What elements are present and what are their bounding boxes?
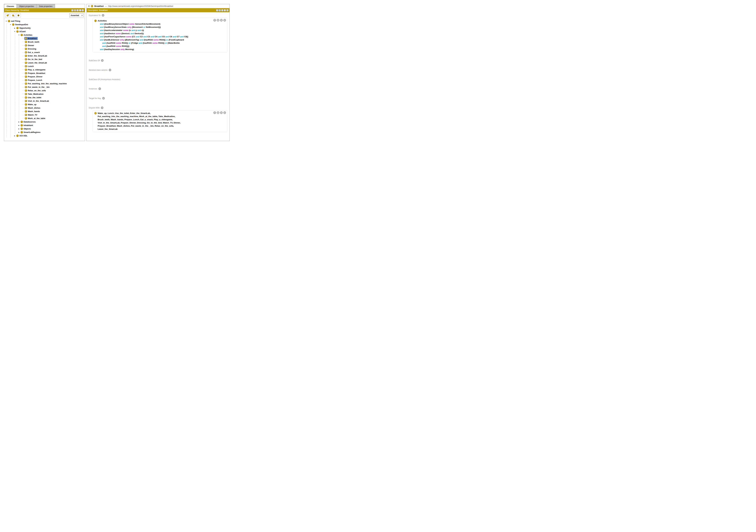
tree-node-ucaml[interactable]: ▼UCaml <box>5 30 84 33</box>
tab-object-properties[interactable]: Object properties <box>16 4 37 8</box>
hierarchy-type-dropdown[interactable]: Asserted ▾ <box>69 13 84 17</box>
tree-node-visit-in-the-smartlab[interactable]: ≡Visit_in_the_SmartLab <box>5 99 84 103</box>
tree-node-lunch[interactable]: ≡Lunch <box>5 64 84 68</box>
tree-indent-guide <box>14 71 18 75</box>
tree-node-eat-a-snack[interactable]: ≡Eat_a_snack <box>5 51 84 54</box>
panel-split-horizontal-button[interactable]: = <box>221 9 223 11</box>
add-disjoint-with-button[interactable]: + <box>101 107 103 109</box>
tree-connector <box>22 71 24 75</box>
tree-node-datasources[interactable]: ▶DataSources <box>5 120 84 124</box>
add-equivalent-to-button[interactable]: + <box>102 14 104 17</box>
tree-node-prepare-dinner[interactable]: ≡Prepare_Dinner <box>5 75 84 78</box>
tree-node-semimputont[interactable]: ▼SemImputOnt <box>5 23 84 26</box>
equivalent-class-icon: ≡ <box>25 79 27 81</box>
panel-float-button[interactable]: ▪ <box>79 9 81 11</box>
annotate-axiom-button[interactable]: @ <box>217 19 219 22</box>
panel-close-button[interactable]: × <box>226 9 229 11</box>
tree-node-uci-adl[interactable]: ▶UCI-ADL <box>5 134 84 138</box>
tree-node-enter-the-smartlab[interactable]: ≡Enter_the_SmartLab <box>5 54 84 58</box>
collapse-arrow-icon[interactable]: ▼ <box>9 23 12 26</box>
collapse-arrow-icon[interactable]: ▼ <box>14 30 16 33</box>
tree-node-dressing[interactable]: ≡Dressing <box>5 47 84 51</box>
tab-data-properties[interactable]: Data properties <box>37 4 55 8</box>
tree-node-work-at-the-table[interactable]: ≡Work_at_the_table <box>5 116 84 120</box>
tree-indent-guide <box>5 120 9 124</box>
section-label: Disjoint With <box>89 107 100 109</box>
section-header: Disjoint With+ <box>89 107 228 109</box>
add-target-for-key-button[interactable]: + <box>102 97 105 100</box>
edit-axiom-button[interactable]: o <box>223 19 226 22</box>
tree-node-objects[interactable]: ▶Objects <box>5 127 84 131</box>
menu-icon[interactable]: ≡ <box>88 5 90 7</box>
panel-split-vertical-button[interactable]: ‖ <box>219 9 221 11</box>
tree-node-watch-tv[interactable]: ≡Watch_TV <box>5 113 84 116</box>
section-header: Instances+ <box>89 88 228 90</box>
tree-node-activities[interactable]: ▼Activities <box>5 33 84 37</box>
add-subclass-button[interactable]: + <box>5 13 10 17</box>
panel-help-button[interactable]: ? <box>71 9 73 11</box>
tree-node-wash-dishes[interactable]: ≡Wash_dishes <box>5 106 84 110</box>
panel-float-button[interactable]: ▪ <box>224 9 226 11</box>
delete-axiom-button[interactable]: ✕ <box>220 111 223 114</box>
explain-axiom-button[interactable]: ? <box>213 19 216 22</box>
tree-node-dinner[interactable]: ≡Dinner <box>5 44 84 47</box>
keyword-and-or: and <box>173 36 176 38</box>
expand-arrow-icon[interactable]: ▶ <box>14 134 16 138</box>
edit-axiom-button[interactable]: o <box>223 111 226 114</box>
section-subclass-of-anonymous-ancestor: SubClass Of (Anonymous Ancestor) <box>89 78 228 81</box>
tree-indent-guide <box>18 110 22 113</box>
panel-close-button[interactable]: × <box>82 9 84 11</box>
tree-node-leave-the-smarlab[interactable]: ≡Leave_the_SmarLab <box>5 61 84 64</box>
delete-class-button[interactable]: ✕ <box>16 13 21 17</box>
panel-split-vertical-button[interactable]: ‖ <box>74 9 76 11</box>
expand-arrow-icon[interactable]: ▶ <box>14 26 16 30</box>
tree-connector <box>22 78 24 82</box>
collapse-arrow-icon[interactable]: ▼ <box>5 19 8 23</box>
add-sibling-class-button[interactable]: + <box>11 13 15 17</box>
axiom-row[interactable]: Activitiesand ((hasBinarySensorObject so… <box>93 18 228 52</box>
tree-node-wash-hands[interactable]: ≡Wash_hands <box>5 110 84 113</box>
tree-indent-guide <box>5 110 9 113</box>
keyword-and-or: and <box>140 39 143 41</box>
axiom-row[interactable]: ≡Wake_up, Lunch, Use_the_toilet, Enter_t… <box>93 110 228 132</box>
collapse-arrow-icon[interactable]: ▼ <box>18 33 20 37</box>
add-general-class-axioms-button[interactable]: + <box>109 69 111 71</box>
tree-node-brush-teeth[interactable]: ≡Brush_teeth <box>5 40 84 44</box>
panel-help-button[interactable]: ? <box>216 9 218 11</box>
tree-node-put-waste-in-the-bin[interactable]: ≡Put_waste_in_the__bin <box>5 85 84 89</box>
panel-split-horizontal-button[interactable]: = <box>76 9 79 11</box>
tree-node-owl-thing[interactable]: ▼owl:Thing <box>5 19 84 23</box>
tree-node-opportunity[interactable]: ▶Opportunity <box>5 26 84 30</box>
expand-arrow-icon[interactable]: ▶ <box>18 127 20 131</box>
tree-node-wake-up[interactable]: ≡Wake_up <box>5 103 84 106</box>
add-subclass-of-button[interactable]: + <box>101 59 104 62</box>
tree-node-play-a-videogame[interactable]: ≡Play_a_videogame <box>5 68 84 71</box>
tree-node-prepare-lunch[interactable]: ≡Prepare_Lunch <box>5 78 84 82</box>
add-instances-button[interactable]: + <box>98 88 101 90</box>
tree-node-prepare-breakfast[interactable]: ≡Prepare_Breakfast <box>5 71 84 75</box>
tree-indent-guide <box>14 37 18 40</box>
tree-node-use-the-toilet[interactable]: ≡Use_the_toilet <box>5 96 84 99</box>
class-expression-text: Activities <box>98 20 107 22</box>
tree-node-put-washing-into-the-washing-machine[interactable]: ≡Put_washing_into_the_washing_machine <box>5 82 84 85</box>
tree-connector <box>22 58 24 61</box>
tree-indent-guide <box>14 131 18 134</box>
delete-axiom-button[interactable]: ✕ <box>220 19 223 22</box>
tree-node-content: ≡Put_waste_in_the__bin <box>24 86 50 89</box>
explain-axiom-button[interactable]: ? <box>213 111 216 114</box>
tree-node-label: SmartLabRegions <box>24 131 40 133</box>
tree-node-relax-on-the-sofa[interactable]: ≡Relax_on_the_sofa <box>5 89 84 92</box>
tree-node-inhabitant[interactable]: ▶Inhabitant <box>5 124 84 127</box>
equivalent-class-icon: ≡ <box>25 68 27 71</box>
tree-node-go-to-the-bed[interactable]: ≡Go_to_the_bed <box>5 58 84 61</box>
expand-arrow-icon[interactable]: ▶ <box>18 131 20 134</box>
tree-node-smartlabregions[interactable]: ▶SmartLabRegions <box>5 131 84 134</box>
tab-classes[interactable]: Classes <box>4 4 17 8</box>
tree-connector <box>22 85 24 89</box>
tree-node-breakfast[interactable]: ≡Breakfast <box>5 37 84 40</box>
expand-arrow-icon[interactable]: ▶ <box>18 120 20 124</box>
tree-node-take-medication[interactable]: ≡Take_Medication <box>5 92 84 96</box>
annotate-axiom-button[interactable]: @ <box>217 111 219 114</box>
tree-indent-guide <box>18 89 22 92</box>
expand-arrow-icon[interactable]: ▶ <box>18 124 20 127</box>
